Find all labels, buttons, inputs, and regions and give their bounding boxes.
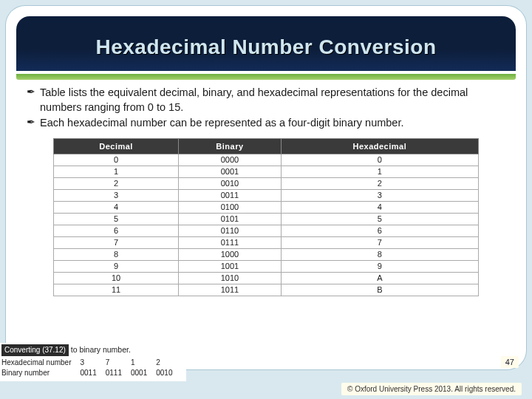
- table-row: 000000: [54, 154, 479, 166]
- table-cell: 9: [281, 260, 478, 272]
- table-row: 401004: [54, 201, 479, 213]
- table-row: 111011B: [54, 284, 479, 296]
- table-cell: 0: [281, 154, 478, 166]
- footer: © Oxford University Press 2013. All righ…: [0, 378, 532, 399]
- table-cell: B: [281, 284, 478, 296]
- bullet-item: ✒ Table lists the equivalent decimal, bi…: [27, 86, 505, 115]
- slide-card: Hexadecimal Number Conversion ✒ Table li…: [6, 6, 526, 369]
- conversion-table: Decimal Binary Hexadecimal 0000001000112…: [53, 138, 479, 296]
- table-cell: 5: [281, 213, 478, 225]
- col-header: Hexadecimal: [281, 138, 478, 154]
- table-cell: 1000: [179, 248, 282, 260]
- table-cell: 2: [281, 177, 478, 189]
- table-cell: 2: [54, 177, 179, 189]
- example-overlay: Converting (37.12) to binary number. Hex…: [0, 343, 186, 381]
- slide-header: Hexadecimal Number Conversion: [16, 16, 516, 71]
- table-cell: 0010: [179, 177, 282, 189]
- table-cell: 1: [281, 166, 478, 177]
- overlay-row-label: Binary number: [1, 368, 81, 378]
- table-cell: 7: [281, 236, 478, 248]
- bullet-text: Each hexadecimal number can be represent…: [40, 116, 403, 131]
- table-cell: 0001: [179, 166, 282, 177]
- table-row: 101010A: [54, 272, 479, 284]
- table-cell: 8: [54, 248, 179, 260]
- bullet-icon: ✒: [27, 86, 40, 115]
- table-cell: 1011: [179, 284, 282, 296]
- table-row: 910019: [54, 260, 479, 272]
- header-divider: [16, 74, 516, 80]
- table-cell: 1001: [179, 260, 282, 272]
- table-cell: 8: [281, 248, 478, 260]
- col-header: Decimal: [54, 138, 179, 154]
- table-cell: 3: [54, 189, 179, 201]
- table-cell: 1010: [179, 272, 282, 284]
- table-cell: 0100: [179, 201, 282, 213]
- table-cell: 4: [54, 201, 179, 213]
- copyright-text: © Oxford University Press 2013. All righ…: [341, 383, 522, 395]
- table-row: 501015: [54, 213, 479, 225]
- overlay-table: Hexadecimal number 3 7 1 2 Binary number…: [1, 358, 182, 378]
- table-cell: 0000: [179, 154, 282, 166]
- table-row: 601106: [54, 225, 479, 236]
- slide-title: Hexadecimal Number Conversion: [24, 35, 508, 59]
- table-cell: 0011: [179, 189, 282, 201]
- table-row: 701117: [54, 236, 479, 248]
- bullet-item: ✒ Each hexadecimal number can be represe…: [27, 116, 505, 131]
- table-cell: A: [281, 272, 478, 284]
- table-cell: 6: [281, 225, 478, 236]
- col-header: Binary: [179, 138, 282, 154]
- table-row: 810008: [54, 248, 479, 260]
- table-row: 100011: [54, 166, 479, 177]
- table-cell: 0111: [179, 236, 282, 248]
- table-cell: 9: [54, 260, 179, 272]
- table-cell: 6: [54, 225, 179, 236]
- table-cell: 5: [54, 213, 179, 225]
- slide-body: ✒ Table lists the equivalent decimal, bi…: [6, 80, 526, 296]
- table-row: 200102: [54, 177, 479, 189]
- overlay-row-label: Hexadecimal number: [1, 358, 81, 368]
- overlay-caption: Converting (37.12) to binary number.: [1, 344, 182, 358]
- table-cell: 0101: [179, 213, 282, 225]
- bullet-icon: ✒: [27, 116, 40, 131]
- table-cell: 7: [54, 236, 179, 248]
- bullet-text: Table lists the equivalent decimal, bina…: [40, 86, 505, 115]
- table-cell: 0110: [179, 225, 282, 236]
- table-cell: 0: [54, 154, 179, 166]
- page-number: 47: [501, 356, 519, 368]
- table-row: 300113: [54, 189, 479, 201]
- table-cell: 3: [281, 189, 478, 201]
- table-cell: 10: [54, 272, 179, 284]
- table-cell: 1: [54, 166, 179, 177]
- table-cell: 11: [54, 284, 179, 296]
- table-cell: 4: [281, 201, 478, 213]
- conversion-table-wrap: Decimal Binary Hexadecimal 0000001000112…: [53, 138, 479, 296]
